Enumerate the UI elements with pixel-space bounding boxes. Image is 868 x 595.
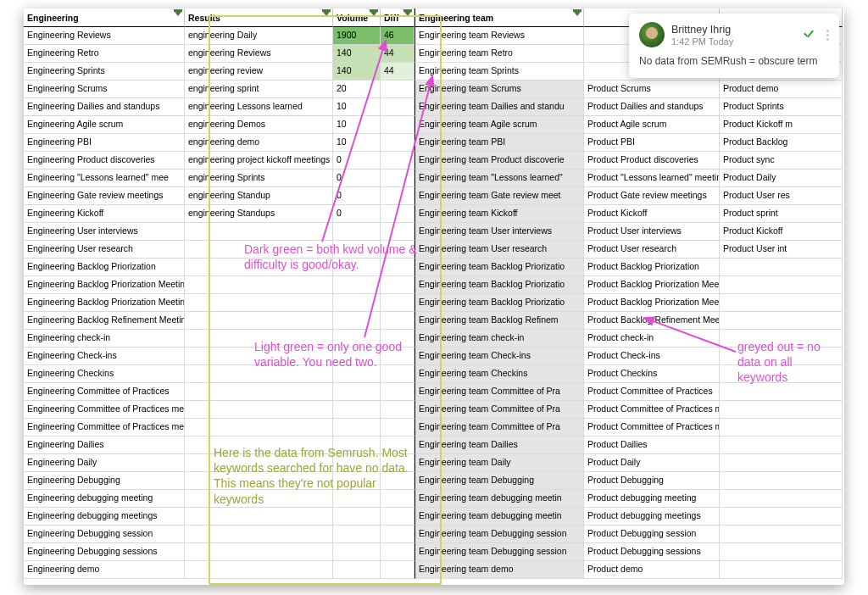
cell[interactable]: Product User interviews: [584, 223, 720, 241]
cell[interactable]: Engineering team Reviews: [415, 27, 584, 45]
cell[interactable]: Engineering Debugging sessions: [24, 543, 185, 561]
cell[interactable]: Engineering Scrums: [24, 81, 185, 98]
cell[interactable]: Engineering team debugging meetin: [415, 490, 584, 508]
more-menu-icon[interactable]: [826, 30, 829, 41]
cell[interactable]: [381, 508, 415, 525]
cell[interactable]: engineering project kickoff meetings: [185, 152, 333, 170]
cell[interactable]: [185, 223, 333, 241]
cell[interactable]: [333, 383, 381, 401]
cell[interactable]: Engineering Kickoff: [24, 205, 185, 223]
cell[interactable]: [381, 259, 415, 276]
cell[interactable]: engineering Daily: [185, 27, 333, 45]
cell[interactable]: [185, 294, 333, 312]
cell[interactable]: Engineering team Committee of Pra: [415, 419, 584, 437]
cell[interactable]: 10: [333, 134, 381, 152]
cell[interactable]: Engineering team Kickoff: [415, 205, 584, 223]
cell[interactable]: Engineering team Committee of Pra: [415, 401, 584, 419]
cell[interactable]: Engineering team Gate review meet: [415, 187, 584, 205]
cell[interactable]: Product Kickoff: [584, 205, 720, 223]
cell[interactable]: Product Daily: [584, 454, 720, 472]
cell[interactable]: Engineering demo: [24, 561, 185, 579]
cell[interactable]: 46: [381, 27, 415, 45]
cell[interactable]: [185, 543, 333, 561]
cell[interactable]: Engineering team "Lessons learned": [415, 170, 584, 187]
cell[interactable]: Product Debugging: [584, 472, 720, 490]
cell[interactable]: [381, 276, 415, 294]
cell[interactable]: [333, 561, 381, 579]
cell[interactable]: 44: [381, 63, 415, 81]
cell[interactable]: 20: [333, 81, 381, 98]
cell[interactable]: Engineering Check-ins: [24, 348, 185, 365]
cell[interactable]: [333, 472, 381, 490]
column-header[interactable]: Engineering team: [415, 8, 584, 27]
cell[interactable]: Engineering Committee of Practices: [24, 383, 185, 401]
cell[interactable]: Engineering Committee of Practices meeti…: [24, 419, 185, 437]
cell[interactable]: [381, 98, 415, 116]
cell[interactable]: [333, 294, 381, 312]
cell[interactable]: 0: [333, 205, 381, 223]
cell[interactable]: Product debugging meetings: [584, 508, 720, 525]
cell[interactable]: [381, 170, 415, 187]
cell[interactable]: Engineering Debugging session: [24, 525, 185, 543]
cell[interactable]: Product Debugging sessions: [584, 543, 720, 561]
cell[interactable]: [185, 241, 333, 259]
cell[interactable]: Product PBI: [584, 134, 720, 152]
cell[interactable]: Product "Lessons learned" meeting: [584, 170, 720, 187]
cell[interactable]: [333, 365, 381, 383]
cell[interactable]: [333, 490, 381, 508]
cell[interactable]: Engineering team check-in: [415, 330, 584, 348]
cell[interactable]: [185, 472, 333, 490]
cell[interactable]: Engineering team demo: [415, 561, 584, 579]
cell[interactable]: engineering Sprints: [185, 170, 333, 187]
cell[interactable]: Product User res: [720, 187, 843, 205]
cell[interactable]: Engineering team Backlog Priorizatio: [415, 294, 584, 312]
cell[interactable]: Engineering team PBI: [415, 134, 584, 152]
cell[interactable]: [333, 259, 381, 276]
cell[interactable]: Engineering Reviews: [24, 27, 185, 45]
cell[interactable]: [333, 223, 381, 241]
cell[interactable]: [381, 401, 415, 419]
resolve-check-icon[interactable]: [801, 27, 816, 42]
cell[interactable]: engineering sprint: [185, 81, 333, 98]
cell[interactable]: Product Debugging session: [584, 525, 720, 543]
cell[interactable]: [381, 134, 415, 152]
cell[interactable]: 0: [333, 187, 381, 205]
cell[interactable]: engineering demo: [185, 134, 333, 152]
cell[interactable]: [333, 330, 381, 348]
cell[interactable]: Engineering Product discoveries: [24, 152, 185, 170]
cell[interactable]: [185, 401, 333, 419]
cell[interactable]: engineering Reviews: [185, 45, 333, 63]
cell[interactable]: Engineering Sprints: [24, 63, 185, 81]
cell[interactable]: [333, 508, 381, 525]
column-header[interactable]: Volume: [333, 8, 381, 27]
cell[interactable]: Product Committee of Practices: [584, 383, 720, 401]
cell[interactable]: Product Committee of Practices meetings: [584, 419, 720, 437]
cell[interactable]: Engineering team Product discoverie: [415, 152, 584, 170]
cell[interactable]: [381, 152, 415, 170]
cell[interactable]: Product Backlog Priorization: [584, 259, 720, 276]
cell[interactable]: Engineering team Backlog Priorizatio: [415, 259, 584, 276]
cell[interactable]: [381, 330, 415, 348]
cell[interactable]: Engineering team Scrums: [415, 81, 584, 98]
cell[interactable]: [720, 437, 843, 454]
cell[interactable]: Engineering team Retro: [415, 45, 584, 63]
cell[interactable]: Engineering User interviews: [24, 223, 185, 241]
cell[interactable]: Engineering Backlog Priorization Meeting: [24, 276, 185, 294]
cell[interactable]: Engineering team Dailies: [415, 437, 584, 454]
cell[interactable]: [333, 276, 381, 294]
cell[interactable]: Product Backlog Refinement Meeting: [584, 312, 720, 330]
filter-icon[interactable]: [404, 12, 411, 16]
cell[interactable]: Engineering Daily: [24, 454, 185, 472]
cell[interactable]: Engineering team Checkins: [415, 365, 584, 383]
cell[interactable]: [720, 365, 843, 383]
cell[interactable]: Engineering Backlog Refinement Meeting: [24, 312, 185, 330]
cell[interactable]: [185, 330, 333, 348]
cell[interactable]: Product Backlog Priorization Meetings: [584, 294, 720, 312]
column-header[interactable]: Diff: [381, 8, 415, 27]
cell[interactable]: [381, 241, 415, 259]
cell[interactable]: [333, 312, 381, 330]
cell[interactable]: Engineering Retro: [24, 45, 185, 63]
cell[interactable]: Engineering team Debugging: [415, 472, 584, 490]
cell[interactable]: Product Committee of Practices meeting: [584, 401, 720, 419]
cell[interactable]: Engineering "Lessons learned" mee: [24, 170, 185, 187]
